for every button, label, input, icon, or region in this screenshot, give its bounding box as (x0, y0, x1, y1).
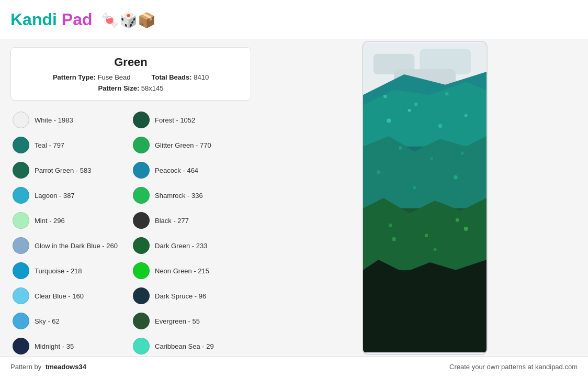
svg-rect-28 (389, 224, 392, 227)
color-label: White - 1983 (35, 116, 73, 124)
svg-point-21 (464, 227, 468, 231)
pattern-size: Pattern Size: 58x145 (21, 84, 240, 92)
color-swatch (133, 112, 150, 128)
cta-text: Create your own patterns at kandipad.com (449, 363, 578, 371)
logo-pad-text: Pad (57, 10, 93, 29)
color-item: Parrot Green - 583 (10, 159, 131, 182)
color-label: Mint - 296 (35, 217, 65, 225)
color-swatch (133, 212, 150, 229)
color-swatch (13, 137, 29, 153)
color-label: Sky - 62 (35, 317, 60, 325)
color-item: Peacock - 464 (131, 159, 251, 182)
header: Kandi Pad 🍬🎲📦 (0, 0, 588, 39)
color-label: Forest - 1052 (155, 116, 195, 124)
color-item: Forest - 1052 (131, 108, 251, 131)
color-swatch (133, 137, 150, 153)
pattern-by: Pattern by tmeadows34 (10, 363, 86, 371)
color-item: Turquoise - 218 (10, 259, 131, 282)
svg-point-18 (454, 175, 458, 179)
color-item: Lagoon - 387 (10, 184, 131, 207)
color-swatch (13, 338, 29, 354)
svg-point-15 (465, 114, 468, 117)
svg-rect-29 (425, 234, 428, 237)
svg-rect-26 (430, 157, 433, 160)
color-label: Lagoon - 387 (35, 192, 75, 199)
color-swatch (133, 338, 150, 354)
pattern-info-card: Green Pattern Type: Fuse Bead Total Bead… (10, 47, 251, 101)
color-swatch (13, 287, 29, 304)
color-item: Black - 277 (131, 209, 251, 232)
pattern-title: Green (21, 56, 240, 69)
color-item: Dark Spruce - 96 (131, 284, 251, 307)
svg-point-20 (434, 248, 437, 251)
color-swatch (13, 262, 29, 279)
color-swatch (133, 237, 150, 254)
svg-rect-25 (399, 146, 402, 149)
color-item: Neon Green - 215 (131, 259, 251, 282)
color-label: Caribbean Sea - 29 (155, 342, 214, 350)
color-item: Midnight - 35 (10, 335, 131, 356)
author-name: tmeadows34 (46, 363, 86, 371)
color-label: Glow in the Dark Blue - 260 (35, 242, 118, 250)
svg-rect-24 (445, 92, 448, 95)
pattern-preview (362, 41, 488, 355)
color-item: Glitter Green - 770 (131, 134, 251, 157)
svg-point-17 (413, 186, 416, 189)
logo[interactable]: Kandi Pad 🍬🎲📦 (10, 10, 156, 29)
main-content: Green Pattern Type: Fuse Bead Total Bead… (0, 39, 588, 356)
svg-point-12 (387, 118, 391, 123)
color-item: White - 1983 (10, 108, 131, 131)
color-label: Glitter Green - 770 (155, 141, 211, 149)
color-label: Shamrock - 336 (155, 192, 203, 199)
svg-rect-22 (383, 95, 387, 98)
svg-rect-27 (461, 151, 464, 154)
color-swatch (133, 287, 150, 304)
color-swatch (13, 187, 29, 204)
color-grid: White - 1983Forest - 1052Teal - 797Glitt… (10, 108, 251, 356)
color-label: Black - 277 (155, 217, 189, 225)
color-swatch (13, 162, 29, 179)
color-label: Peacock - 464 (155, 167, 198, 174)
svg-rect-23 (414, 103, 417, 106)
color-label: Midnight - 35 (35, 342, 74, 350)
color-swatch (133, 162, 150, 179)
color-label: Parrot Green - 583 (35, 167, 91, 174)
svg-point-16 (377, 170, 381, 174)
color-swatch (133, 187, 150, 204)
color-item: Glow in the Dark Blue - 260 (10, 234, 131, 257)
right-panel (262, 39, 588, 356)
color-label: Neon Green - 215 (155, 267, 209, 275)
logo-emoji: 🍬🎲📦 (101, 12, 156, 28)
color-label: Clear Blue - 160 (35, 292, 84, 300)
svg-rect-30 (456, 218, 459, 221)
svg-marker-11 (363, 260, 487, 352)
color-item: Shamrock - 336 (131, 184, 251, 207)
color-label: Dark Green - 233 (155, 242, 207, 250)
color-item: Clear Blue - 160 (10, 284, 131, 307)
color-item: Caribbean Sea - 29 (131, 335, 251, 356)
color-swatch (13, 313, 29, 329)
color-swatch (13, 237, 29, 254)
color-swatch (13, 112, 29, 128)
color-item: Mint - 296 (10, 209, 131, 232)
pattern-type: Pattern Type: Fuse Bead (53, 73, 131, 81)
color-item: Dark Green - 233 (131, 234, 251, 257)
left-panel: Green Pattern Type: Fuse Bead Total Bead… (0, 39, 262, 356)
svg-point-19 (392, 237, 396, 241)
color-label: Evergreen - 55 (155, 317, 200, 325)
color-swatch (133, 262, 150, 279)
color-item: Sky - 62 (10, 309, 131, 332)
color-swatch (133, 313, 150, 329)
logo-kandi-text: Kandi (10, 10, 57, 29)
color-swatch (13, 212, 29, 229)
total-beads: Total Beads: 8410 (152, 73, 209, 81)
footer: Pattern by tmeadows34 Create your own pa… (0, 356, 588, 377)
color-item: Teal - 797 (10, 134, 131, 157)
svg-point-13 (408, 108, 411, 112)
color-label: Teal - 797 (35, 141, 64, 149)
svg-point-14 (438, 124, 443, 128)
color-item: Evergreen - 55 (131, 309, 251, 332)
color-label: Turquoise - 218 (35, 267, 82, 275)
color-label: Dark Spruce - 96 (155, 292, 206, 300)
pattern-svg (363, 42, 487, 354)
